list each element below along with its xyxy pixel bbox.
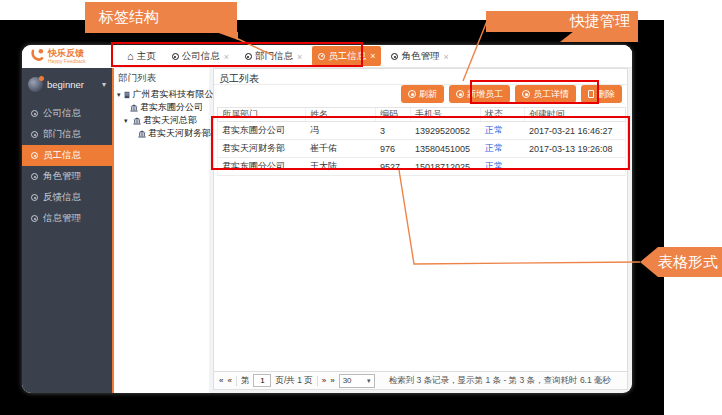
tree-node-dongpu-branch[interactable]: 君实东圃分公司 [116, 101, 207, 114]
tree-node-tianhe-hq[interactable]: 君实天河总部 [116, 114, 207, 127]
department-tree-panel: 部门列表 广州君实科技有限公司 君实东圃分公司 君实天河总部 君实天河财务部 [114, 68, 209, 393]
highlight-box-table [211, 116, 630, 170]
prev-page-icon[interactable] [227, 377, 231, 385]
callout-tab-structure: 标签结构 [85, 2, 237, 33]
phone-logo-icon [30, 47, 45, 66]
tree-node-label: 君实天河总部 [143, 114, 197, 127]
record-dot-icon [31, 215, 38, 222]
refresh-icon [408, 90, 416, 98]
chevron-down-icon [102, 80, 106, 89]
close-icon[interactable]: × [443, 52, 448, 62]
sidebar-item-label: 公司信息 [43, 107, 81, 120]
tree-title: 部门列表 [116, 71, 207, 88]
logo-title: 快乐反馈 [48, 49, 86, 58]
pagination-bar: 第 页/共 1 页 30 检索到 3 条记录，显示第 1 条 - 第 3 条，查… [214, 371, 627, 389]
user-dropdown[interactable]: beginner [22, 72, 112, 96]
tree-node-label: 君实天河财务部 [148, 127, 211, 140]
sidebar-item-label: 部门信息 [43, 128, 81, 141]
record-dot-icon [31, 152, 38, 159]
sidebar-item-label: 角色管理 [43, 170, 81, 183]
first-page-icon[interactable] [219, 377, 223, 385]
tab-label: 角色管理 [401, 50, 439, 63]
screenshot-stage: 快乐反馈 Happy Feedback 主页 公司信息 × 部门信息 × [0, 0, 722, 415]
username: beginner [47, 79, 84, 90]
building-icon [123, 91, 131, 99]
add-icon [456, 90, 464, 98]
logo-subtitle: Happy Feedback [48, 59, 86, 64]
page-label-prefix: 第 [241, 375, 250, 387]
app-logo: 快乐反馈 Happy Feedback [22, 45, 114, 68]
panel-title: 员工列表 [219, 72, 259, 86]
caret-down-icon[interactable] [124, 114, 131, 127]
next-page-icon[interactable] [322, 377, 326, 385]
record-dot-icon [31, 194, 38, 201]
chevron-down-icon [367, 376, 371, 385]
record-dot-icon [31, 110, 38, 117]
tree-node-label: 广州君实科技有限公司 [133, 88, 223, 101]
highlight-box-tabs [111, 42, 363, 67]
tab-role-management[interactable]: 角色管理 × [385, 48, 454, 65]
last-page-icon[interactable] [330, 377, 334, 385]
sidebar-item-label: 信息管理 [43, 212, 81, 225]
bank-icon [130, 104, 138, 112]
record-dot-icon [391, 53, 398, 60]
bank-icon [133, 117, 141, 125]
caret-down-icon[interactable] [117, 88, 121, 101]
sidebar-item-employee-info[interactable]: 员工信息 [22, 145, 112, 166]
record-dot-icon [31, 131, 38, 138]
bank-icon [138, 130, 146, 138]
tree-node-label: 君实东圃分公司 [140, 101, 203, 114]
page-label-suffix: 页/共 1 页 [275, 375, 312, 387]
sidebar-item-message-management[interactable]: 信息管理 [22, 208, 112, 229]
sidebar-item-role-management[interactable]: 角色管理 [22, 166, 112, 187]
avatar [28, 77, 43, 92]
refresh-button[interactable]: 刷新 [401, 85, 444, 103]
close-icon[interactable]: × [370, 51, 375, 61]
tree-node-tianhe-finance[interactable]: 君实天河财务部 [116, 127, 207, 140]
callout-quick-manage: 快捷管理 [486, 11, 638, 32]
page-number-input[interactable] [253, 374, 271, 387]
sidebar-item-feedback-info[interactable]: 反馈信息 [22, 187, 112, 208]
tree-node-root-company[interactable]: 广州君实科技有限公司 [116, 88, 207, 101]
sidebar-item-label: 反馈信息 [43, 191, 81, 204]
sidebar-item-company-info[interactable]: 公司信息 [22, 103, 112, 124]
page-size-select[interactable]: 30 [339, 374, 375, 388]
sidebar-menu: 公司信息 部门信息 员工信息 角色管理 反馈信息 [22, 103, 112, 229]
highlight-box-toolbar [470, 80, 599, 104]
sidebar-item-label: 员工信息 [43, 149, 81, 162]
sidebar-item-department-info[interactable]: 部门信息 [22, 124, 112, 145]
pager-summary: 检索到 3 条记录，显示第 1 条 - 第 3 条，查询耗时 6.1 毫秒 [389, 375, 611, 387]
record-dot-icon [31, 173, 38, 180]
sidebar: beginner 公司信息 部门信息 员工信息 角色管理 [22, 68, 114, 393]
